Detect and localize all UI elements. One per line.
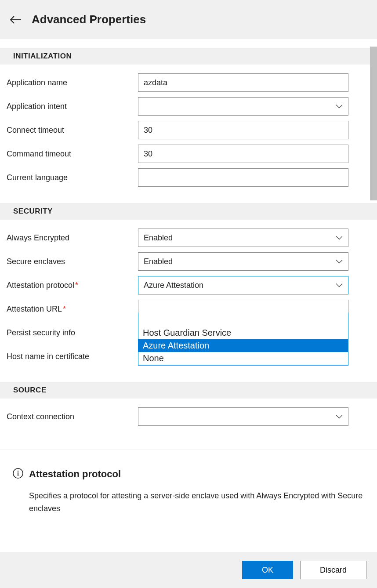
scrollbar-thumb[interactable] [370, 47, 377, 200]
section-initialization: Application name Application intent Conn… [0, 65, 377, 203]
section-header-security: SECURITY [0, 203, 377, 220]
label-attestation-url: Attestation URL* [7, 305, 138, 314]
page-header: Advanced Properties [0, 0, 377, 39]
label-application-name: Application name [7, 78, 138, 87]
option-none[interactable]: None [138, 352, 348, 365]
label-context-connection: Context connection [7, 412, 138, 421]
label-attestation-protocol: Attestation protocol* [7, 281, 138, 290]
chevron-down-icon [336, 281, 343, 290]
label-always-encrypted: Always Encrypted [7, 233, 138, 243]
input-current-language[interactable] [138, 168, 348, 187]
label-command-timeout: Command timeout [7, 149, 138, 159]
svg-rect-2 [18, 472, 18, 476]
input-command-timeout[interactable] [138, 145, 348, 163]
section-source: Context connection [0, 399, 377, 426]
discard-button[interactable]: Discard [300, 561, 366, 579]
label-current-language: Current language [7, 173, 138, 182]
back-arrow-icon[interactable] [9, 13, 23, 27]
option-host-guardian-service[interactable]: Host Guardian Service [138, 327, 348, 339]
required-icon: * [75, 281, 78, 290]
ok-button[interactable]: OK [242, 561, 293, 579]
svg-point-1 [18, 471, 19, 472]
select-value-always-encrypted: Enabled [144, 233, 173, 243]
select-always-encrypted[interactable]: Enabled [138, 229, 348, 247]
option-azure-attestation[interactable]: Azure Attestation [138, 339, 348, 352]
input-application-name[interactable] [138, 73, 348, 92]
label-secure-enclaves: Secure enclaves [7, 257, 138, 266]
label-application-intent: Application intent [7, 102, 138, 111]
info-panel: Attestation protocol Specifies a protoco… [0, 450, 377, 546]
info-description: Specifies a protocol for attesting a ser… [29, 490, 365, 515]
chevron-down-icon [336, 233, 343, 243]
select-value-secure-enclaves: Enabled [144, 257, 173, 266]
select-secure-enclaves[interactable]: Enabled [138, 252, 348, 271]
section-header-initialization: INITIALIZATION [0, 48, 377, 65]
chevron-down-icon [336, 257, 343, 266]
select-application-intent[interactable] [138, 97, 348, 116]
footer: OK Discard [0, 552, 377, 588]
select-attestation-protocol[interactable]: Azure Attestation [138, 276, 348, 294]
dropdown-attestation-protocol: Host Guardian Service Azure Attestation … [138, 312, 348, 365]
info-title: Attestation protocol [29, 468, 121, 480]
chevron-down-icon [336, 412, 343, 421]
label-connect-timeout: Connect timeout [7, 126, 138, 135]
input-connect-timeout[interactable] [138, 121, 348, 139]
label-hostname-cert: Host name in certificate [7, 352, 138, 361]
chevron-down-icon [336, 102, 343, 111]
select-value-attestation-protocol: Azure Attestation [144, 281, 203, 290]
content: INITIALIZATION Application name Applicat… [0, 40, 377, 426]
label-persist-security: Persist security info [7, 328, 138, 338]
select-context-connection[interactable] [138, 407, 348, 426]
section-header-source: SOURCE [0, 382, 377, 399]
info-icon [12, 468, 24, 481]
page-title: Advanced Properties [32, 13, 146, 26]
required-icon: * [63, 305, 66, 313]
